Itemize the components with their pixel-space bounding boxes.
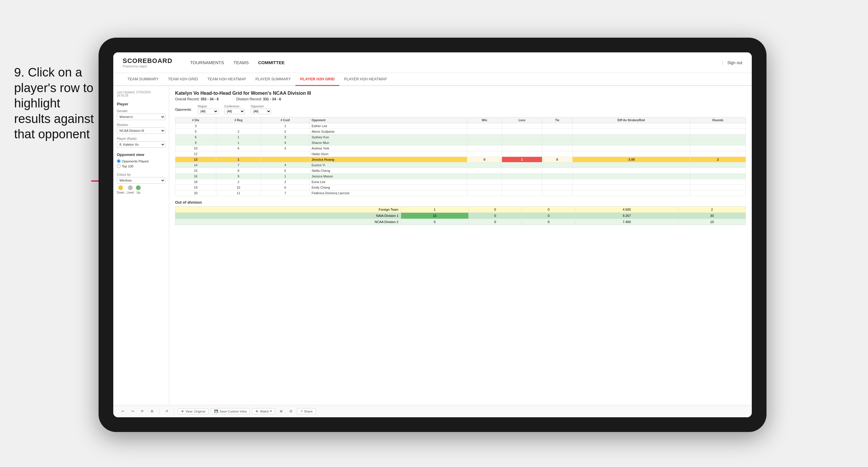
player-select[interactable]: 8. Katelyn Vo [117, 141, 165, 148]
table-cell: 0 [467, 157, 502, 162]
table-row[interactable]: 1474Eunice Yi [175, 162, 746, 168]
nav-committee[interactable]: COMMITTEE [258, 59, 284, 66]
redo-button[interactable]: ↪ [129, 408, 136, 414]
table-row[interactable]: 1822Euna Lee [175, 179, 746, 185]
table-row[interactable]: 20117Federica Domecq Lacroze [175, 190, 746, 196]
table-cell: 10 [216, 185, 261, 190]
division-select[interactable]: NCAA Division III [117, 127, 165, 134]
table-cell [216, 123, 261, 129]
col-conf: # Conf [261, 117, 310, 123]
out-table-row[interactable]: NCAA Division 25007.40010 [175, 219, 746, 225]
table-cell [216, 151, 261, 157]
radio-opponents-played[interactable]: Opponents Played [117, 159, 165, 163]
table-row[interactable]: 1585Stella Cheng [175, 168, 746, 174]
table-cell [542, 190, 572, 196]
share-button[interactable]: ↗ Share [297, 408, 316, 414]
table-cell [572, 123, 690, 129]
sidebar: Last Updated: 27/03/2024 16:55:28 Player… [113, 86, 169, 405]
colour-level: Level [127, 185, 134, 194]
radio-top-100[interactable]: Top 100 [117, 164, 165, 168]
table-cell [690, 168, 746, 174]
sub-nav-player-h2h-grid[interactable]: PLAYER H2H GRID [296, 73, 339, 86]
table-row[interactable]: 31Esther Lee [175, 123, 746, 129]
save-custom-view-button[interactable]: 💾 Save Custom View [211, 408, 250, 414]
table-row[interactable]: 12Haejo Hyun [175, 151, 746, 157]
main-content: Last Updated: 27/03/2024 16:55:28 Player… [113, 86, 752, 405]
table-cell [690, 151, 746, 157]
tablet-frame: SCOREBOARD Powered by clippd TOURNAMENTS… [99, 38, 767, 432]
watch-button[interactable]: 👁 Watch ▾ [252, 408, 275, 414]
table-cell [690, 140, 746, 146]
table-cell: 2 [216, 179, 261, 185]
instruction-body: Click on a player's row to highlight res… [14, 65, 94, 141]
out-table-row[interactable]: NAIA Division 115009.26730 [175, 213, 746, 219]
sub-nav-player-h2h-heatmap[interactable]: PLAYER H2H HEATMAP [339, 73, 391, 86]
out-row-loss: 0 [468, 219, 522, 225]
table-row[interactable]: 522Alexis Sudjianto [175, 129, 746, 134]
table-row[interactable]: 1691Jessica Mason [175, 174, 746, 179]
sub-nav-team-summary[interactable]: TEAM SUMMARY [123, 73, 163, 86]
table-cell: 18 [175, 179, 216, 185]
table-row[interactable]: 131Jessica Huang010-3.002 [175, 157, 746, 162]
opponent-view-title: Opponent view [117, 152, 165, 157]
nav-tournaments[interactable]: TOURNAMENTS [190, 59, 224, 66]
table-cell: 1 [502, 157, 542, 162]
copy-button[interactable]: ⊞ [148, 408, 156, 414]
sub-nav-team-h2h-heatmap[interactable]: TEAM H2H HEATMAP [203, 73, 251, 86]
table-cell: -3.00 [572, 157, 690, 162]
share-icon: ↗ [300, 409, 303, 413]
chevron-down-icon: ▾ [270, 409, 272, 413]
table-cell [467, 140, 502, 146]
conference-select[interactable]: (All) [224, 108, 245, 114]
table-cell [502, 185, 542, 190]
table-cell [542, 146, 572, 151]
sign-out-button[interactable]: Sign out [722, 60, 742, 65]
table-row[interactable]: 1063Andrea York [175, 146, 746, 151]
sub-nav-player-summary[interactable]: PLAYER SUMMARY [251, 73, 296, 86]
colour-by-select[interactable]: Win/loss [117, 177, 165, 184]
sidebar-player-rank-label: Player (Rank) [117, 137, 165, 141]
table-row[interactable]: 613Sydney Kuo [175, 134, 746, 140]
filter-row: Opponents: Region (All) Conference (All) [175, 105, 746, 114]
nav-teams[interactable]: TEAMS [233, 59, 249, 66]
gender-select[interactable]: Women's [117, 114, 165, 120]
table-cell [542, 151, 572, 157]
opponent-select[interactable]: (All) [251, 108, 271, 114]
table-cell: 20 [175, 190, 216, 196]
out-table-row[interactable]: Foreign Team1004.5002 [175, 207, 746, 213]
table-cell [261, 157, 310, 162]
table-cell: 15 [175, 168, 216, 174]
region-select[interactable]: (All) [198, 108, 218, 114]
table-row[interactable]: 914Sharon Mun [175, 140, 746, 146]
colour-dot-up [136, 185, 141, 190]
logo: SCOREBOARD [123, 57, 173, 65]
watch-icon: 👁 [255, 410, 259, 413]
logo-area: SCOREBOARD Powered by clippd [123, 57, 173, 68]
table-cell: 1 [216, 157, 261, 162]
table-cell: 5 [261, 168, 310, 174]
refresh-button[interactable]: ↺ [163, 408, 170, 414]
table-row[interactable]: 19106Emily Chang [175, 185, 746, 190]
sub-nav-team-h2h-grid[interactable]: TEAM H2H GRID [163, 73, 203, 86]
instruction-text: 9. Click on a player's row to highlight … [14, 65, 96, 142]
table-cell [502, 140, 542, 146]
main-data-table: # Div # Reg # Conf Opponent Win Loss Tie… [175, 117, 746, 196]
table-cell [467, 185, 502, 190]
colour-section: Colour by Win/loss Down Level [117, 173, 165, 194]
grid-button[interactable]: ⊟ [287, 408, 294, 414]
zoom-button[interactable]: ⊞ [277, 408, 285, 414]
table-cell: Jessica Huang [310, 157, 467, 162]
table-cell [502, 129, 542, 134]
out-row-loss: 0 [468, 213, 522, 219]
opponent-filter: Opponent (All) [251, 105, 271, 114]
table-cell [542, 123, 572, 129]
out-row-diff: 9.267 [575, 213, 678, 219]
view-original-button[interactable]: 👁 View: Original [178, 408, 209, 414]
table-cell [502, 151, 542, 157]
out-row-loss: 0 [468, 207, 522, 213]
table-cell: 14 [175, 162, 216, 168]
forward-button[interactable]: ⟳ [138, 408, 146, 414]
undo-button[interactable]: ↩ [119, 408, 126, 414]
table-cell [467, 129, 502, 134]
table-cell [467, 190, 502, 196]
